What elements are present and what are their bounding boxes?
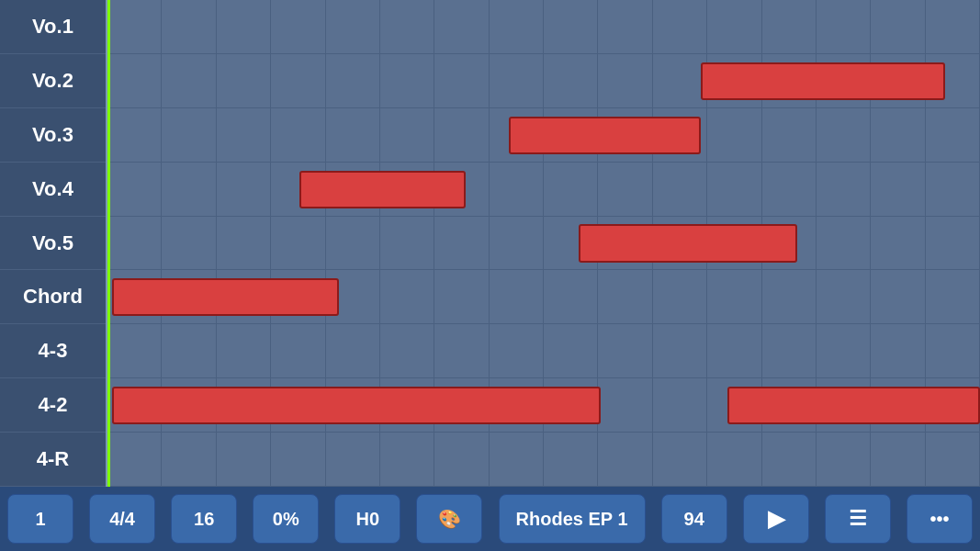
row-label-vo4[interactable]: Vo.4 <box>0 163 106 217</box>
note-block-6[interactable] <box>727 387 981 424</box>
row-label-r43[interactable]: 4-3 <box>0 324 106 378</box>
row-label-chord[interactable]: Chord <box>0 270 106 324</box>
row-label-r4r[interactable]: 4-R <box>0 433 106 487</box>
velocity-btn[interactable]: 0% <box>253 494 319 544</box>
row-labels: Vo.1Vo.2Vo.3Vo.4Vo.5Chord4-34-24-R <box>0 0 107 487</box>
grid-area[interactable] <box>107 0 980 487</box>
row-label-r42[interactable]: 4-2 <box>0 378 106 433</box>
note-block-3[interactable] <box>579 224 797 262</box>
list-btn[interactable]: ☰ <box>825 494 891 544</box>
play-btn[interactable]: ▶ <box>743 494 809 544</box>
row-label-vo5[interactable]: Vo.5 <box>0 217 106 271</box>
note-block-2[interactable] <box>299 171 466 208</box>
color-btn[interactable]: 🎨 <box>416 494 482 544</box>
piano-roll: Vo.1Vo.2Vo.3Vo.4Vo.5Chord4-34-24-R <box>0 0 980 487</box>
app: Vo.1Vo.2Vo.3Vo.4Vo.5Chord4-34-24-R 14/41… <box>0 0 980 551</box>
offset-btn[interactable]: H0 <box>334 494 400 544</box>
note-block-0[interactable] <box>701 62 945 100</box>
row-label-vo2[interactable]: Vo.2 <box>0 54 106 108</box>
volume-btn[interactable]: 94 <box>661 494 727 544</box>
row-label-vo3[interactable]: Vo.3 <box>0 108 106 163</box>
toolbar: 14/4160%H0🎨Rhodes EP 194▶☰••• <box>0 487 980 551</box>
instrument-btn[interactable]: Rhodes EP 1 <box>499 494 646 544</box>
note-block-4[interactable] <box>112 278 339 316</box>
notes-layer <box>107 0 980 487</box>
note-block-5[interactable] <box>112 387 601 424</box>
note-block-1[interactable] <box>509 117 701 154</box>
time-sig-btn[interactable]: 4/4 <box>89 494 155 544</box>
more-btn[interactable]: ••• <box>907 494 973 544</box>
measure-btn[interactable]: 1 <box>7 494 73 544</box>
quantize-btn[interactable]: 16 <box>171 494 237 544</box>
playhead <box>107 0 110 487</box>
row-label-vo1[interactable]: Vo.1 <box>0 0 106 54</box>
